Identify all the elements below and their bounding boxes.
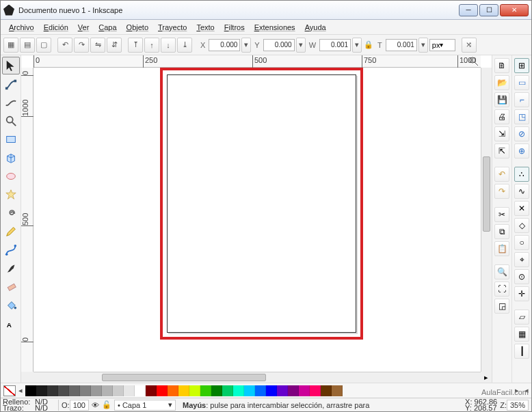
snap-intersect-icon[interactable]: ✕ xyxy=(514,201,529,216)
w-stepper[interactable]: ▾ xyxy=(352,38,362,53)
zoom-drawing-icon[interactable]: ◲ xyxy=(494,299,509,314)
star-tool[interactable] xyxy=(2,186,20,204)
lock-layer-icon[interactable]: 🔓 xyxy=(99,400,114,409)
vertical-ruler[interactable]: 0 1000 500 0 xyxy=(21,68,34,372)
snap-nodes-icon[interactable]: ∴ xyxy=(514,167,529,182)
cut-icon[interactable]: ✂ xyxy=(494,207,509,222)
raise-button[interactable]: ↑ xyxy=(144,38,159,53)
vertical-scrollbar[interactable] xyxy=(481,68,492,372)
node-tool[interactable] xyxy=(2,75,20,93)
swatch[interactable] xyxy=(91,385,102,396)
pencil-tool[interactable] xyxy=(2,223,20,241)
visibility-icon[interactable]: 👁 xyxy=(92,401,99,409)
redo-icon[interactable]: ↷ xyxy=(494,184,509,199)
paste-icon[interactable]: 📋 xyxy=(494,241,509,256)
canvas[interactable] xyxy=(34,68,481,372)
snap-edge-icon[interactable]: ⌐ xyxy=(514,92,529,107)
swatch[interactable] xyxy=(25,385,36,396)
horizontal-ruler[interactable]: 0 250 500 750 1000 xyxy=(34,55,481,68)
snap-center-icon[interactable]: ⊕ xyxy=(514,143,529,159)
box3d-tool[interactable] xyxy=(2,149,20,167)
swatch[interactable] xyxy=(332,385,343,396)
snap-cusp-icon[interactable]: ◇ xyxy=(514,218,529,233)
snap-page-icon[interactable]: ▱ xyxy=(514,310,529,325)
w-input[interactable] xyxy=(319,39,351,51)
rotate-ccw-button[interactable]: ↶ xyxy=(57,38,72,53)
swatch[interactable] xyxy=(146,385,157,396)
snap-bbox-icon[interactable]: ▭ xyxy=(514,75,529,90)
maximize-button[interactable]: ☐ xyxy=(479,4,498,16)
bucket-tool[interactable] xyxy=(2,297,20,314)
menu-file[interactable]: Archivo xyxy=(5,22,38,33)
export-icon[interactable]: ⇱ xyxy=(494,143,509,159)
select-all-button[interactable]: ▦ xyxy=(3,38,18,53)
menu-filters[interactable]: Filtros xyxy=(220,22,249,33)
import-icon[interactable]: ⇲ xyxy=(494,126,509,141)
close-button[interactable]: ✕ xyxy=(500,4,529,16)
undo-icon[interactable]: ↶ xyxy=(494,167,509,182)
flip-v-button[interactable]: ⇵ xyxy=(107,38,122,53)
h-scroll-thumb[interactable] xyxy=(102,374,266,381)
snap-rotation-icon[interactable]: ✛ xyxy=(514,286,529,301)
snap-object-center-icon[interactable]: ⊙ xyxy=(514,269,529,284)
swatch[interactable] xyxy=(211,385,222,396)
zoom-input[interactable]: 35% xyxy=(507,400,529,411)
raise-top-button[interactable]: ⤒ xyxy=(128,38,143,53)
swatch[interactable] xyxy=(80,385,91,396)
lower-button[interactable]: ↓ xyxy=(161,38,176,53)
swatch[interactable] xyxy=(102,385,113,396)
swatch[interactable] xyxy=(277,385,288,396)
swatch[interactable] xyxy=(310,385,321,396)
menu-text[interactable]: Texto xyxy=(192,22,218,33)
minimize-button[interactable]: ─ xyxy=(459,4,478,16)
y-input[interactable] xyxy=(263,39,295,51)
zoom-page-icon[interactable]: ⛶ xyxy=(494,281,509,297)
t-input[interactable] xyxy=(386,39,417,51)
deselect-button[interactable]: ▢ xyxy=(36,38,51,53)
menu-extensions[interactable]: Extensiones xyxy=(250,22,300,33)
x-input[interactable] xyxy=(209,39,240,51)
menu-help[interactable]: Ayuda xyxy=(301,22,330,33)
spiral-tool[interactable] xyxy=(2,204,20,222)
opacity-input[interactable]: 100 xyxy=(70,400,89,411)
swatch[interactable] xyxy=(47,385,58,396)
swatch[interactable] xyxy=(113,385,124,396)
v-scroll-thumb[interactable] xyxy=(483,156,490,232)
open-icon[interactable]: 📂 xyxy=(494,75,509,90)
snap-corner-icon[interactable]: ◳ xyxy=(514,109,529,124)
swatch[interactable] xyxy=(321,385,332,396)
flip-h-button[interactable]: ⇋ xyxy=(90,38,105,53)
swatch[interactable] xyxy=(69,385,80,396)
lock-icon[interactable]: 🔒 xyxy=(363,40,374,51)
eraser-tool[interactable] xyxy=(2,278,20,296)
copy-icon[interactable]: ⧉ xyxy=(494,224,509,239)
stroke-value[interactable]: N/D xyxy=(35,405,55,411)
ellipse-tool[interactable] xyxy=(2,167,20,185)
t-stepper[interactable]: ▾ xyxy=(418,38,428,53)
swatch[interactable] xyxy=(222,385,233,396)
print-icon[interactable]: 🖨 xyxy=(494,109,509,124)
zoom-icon[interactable] xyxy=(468,56,479,67)
lower-bottom-button[interactable]: ⤓ xyxy=(177,38,192,53)
snap-smooth-icon[interactable]: ○ xyxy=(514,235,529,250)
text-tool[interactable]: A xyxy=(2,315,20,333)
snap-midpoint-icon[interactable]: ⊘ xyxy=(514,126,529,141)
snap-toggle-icon[interactable]: ⊞ xyxy=(514,58,529,73)
swatch[interactable] xyxy=(178,385,189,396)
new-doc-icon[interactable]: 🗎 xyxy=(494,58,509,73)
save-icon[interactable]: 💾 xyxy=(494,92,509,107)
swatch[interactable] xyxy=(157,385,168,396)
menu-edit[interactable]: Edición xyxy=(40,22,72,33)
x-stepper[interactable]: ▾ xyxy=(241,38,251,53)
swatch[interactable] xyxy=(36,385,47,396)
swatch[interactable] xyxy=(168,385,178,396)
select-in-layers-button[interactable]: ▤ xyxy=(20,38,35,53)
horizontal-scrollbar[interactable] xyxy=(34,372,481,383)
snap-line-mid-icon[interactable]: ⌖ xyxy=(514,252,529,267)
swatch[interactable] xyxy=(299,385,310,396)
palette-prev[interactable]: ◂ xyxy=(16,386,25,395)
calligraphy-tool[interactable] xyxy=(2,260,20,277)
snap-path-icon[interactable]: ∿ xyxy=(514,184,529,199)
rectangle-tool[interactable] xyxy=(2,131,20,148)
snap-guide-icon[interactable]: ┃ xyxy=(514,344,529,359)
